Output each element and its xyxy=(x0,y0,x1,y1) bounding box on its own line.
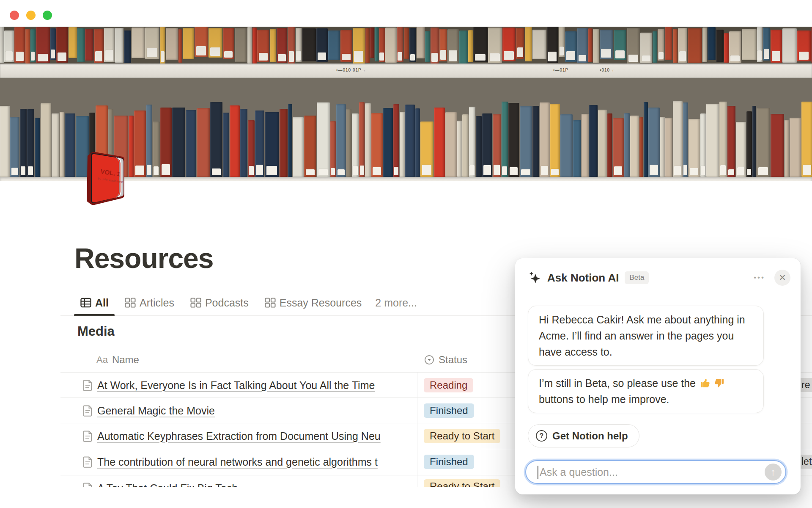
shelf-tag: •010→ xyxy=(600,68,614,72)
ask-notion-ai-panel: Ask Notion AI Beta ••• ✕ Hi Rebecca Caki… xyxy=(515,258,801,494)
gallery-view-icon xyxy=(265,298,276,308)
tabs-more-button[interactable]: 2 more... xyxy=(375,297,417,309)
row-title: General Magic the Movie xyxy=(97,405,215,417)
page-icon-red-book[interactable]: VOL. 1 by John Appleseed xyxy=(82,152,130,206)
table-row[interactable]: The contribution of neural networks and … xyxy=(83,449,415,475)
tab-podcasts[interactable]: Podcasts xyxy=(190,297,249,309)
send-icon[interactable]: ↑ xyxy=(765,464,782,480)
thumbs-up-icon xyxy=(700,378,711,389)
help-question-icon: ? xyxy=(536,430,547,442)
close-icon[interactable]: ✕ xyxy=(774,270,790,286)
beta-badge: Beta xyxy=(625,271,649,284)
select-circle-icon xyxy=(424,355,434,365)
table-row[interactable]: General Magic the Movie xyxy=(83,398,415,423)
status-chip[interactable]: Finished xyxy=(424,455,474,469)
sparkle-icon xyxy=(527,271,542,285)
ai-panel-header: Ask Notion AI Beta ••• ✕ xyxy=(527,269,790,286)
table-row[interactable]: Automatic Keyphrases Extraction from Doc… xyxy=(83,423,415,449)
tab-label: Articles xyxy=(140,297,174,309)
tab-label: All xyxy=(95,297,109,309)
tab-all[interactable]: All xyxy=(80,297,109,309)
page-icon xyxy=(83,456,93,468)
status-chip[interactable]: Finished xyxy=(424,403,474,418)
tab-label: Essay Resources xyxy=(280,297,362,309)
tab-label: Podcasts xyxy=(205,297,249,309)
input-placeholder: Ask a question... xyxy=(540,466,765,478)
page-icon xyxy=(83,380,93,391)
row-title: At Work, Everyone Is in Fact Talking Abo… xyxy=(97,379,375,392)
page-icon xyxy=(83,405,93,417)
page-title[interactable]: Resources xyxy=(74,242,214,274)
close-window-button[interactable] xyxy=(10,11,19,20)
text-caret xyxy=(538,466,538,479)
shelf-board: •—010 01P→ •—01P •010→ xyxy=(0,64,812,78)
ai-panel-title: Ask Notion AI xyxy=(547,271,619,284)
text-property-icon: Aa xyxy=(96,354,108,365)
shelf-tag: •—01P xyxy=(553,68,568,72)
window-titlebar xyxy=(0,0,812,27)
column-divider xyxy=(417,372,417,487)
page-icon xyxy=(83,431,93,442)
bookshelf-top-row xyxy=(0,27,812,64)
ai-message: I’m still in Beta, so please use the but… xyxy=(528,369,764,413)
get-notion-help-button[interactable]: ? Get Notion help xyxy=(528,424,639,447)
status-chip[interactable]: Reading xyxy=(424,378,473,392)
section-title[interactable]: Media xyxy=(77,324,115,339)
status-chip[interactable]: Ready to Start xyxy=(424,429,500,443)
ai-message: Hi Rebecca Cakir! Ask me about anything … xyxy=(528,306,764,366)
ask-question-input[interactable]: Ask a question... ↑ xyxy=(525,460,786,484)
gallery-view-icon xyxy=(125,298,136,308)
more-options-icon[interactable]: ••• xyxy=(754,273,765,282)
minimize-window-button[interactable] xyxy=(26,11,36,20)
gallery-view-icon xyxy=(190,298,201,308)
active-tab-underline xyxy=(74,314,115,316)
notion-window: •—010 01P→ •—01P •010→ VOL. 1 by John Ap… xyxy=(0,0,812,508)
shelf-tag: •—010 01P→ xyxy=(336,68,366,72)
table-row[interactable]: At Work, Everyone Is in Fact Talking Abo… xyxy=(83,373,415,398)
row-title: The contribution of neural networks and … xyxy=(97,456,378,468)
column-header-name[interactable]: Aa Name xyxy=(96,354,139,366)
zoom-window-button[interactable] xyxy=(43,11,52,20)
view-tabs: All Articles Podcasts xyxy=(80,294,417,312)
tab-articles[interactable]: Articles xyxy=(125,297,174,309)
row-title: Automatic Keyphrases Extraction from Doc… xyxy=(97,430,381,442)
tab-essay-resources[interactable]: Essay Resources xyxy=(265,297,362,309)
column-header-status[interactable]: Status xyxy=(424,354,467,366)
table-view-icon xyxy=(80,298,91,308)
thumbs-down-icon xyxy=(713,378,724,389)
